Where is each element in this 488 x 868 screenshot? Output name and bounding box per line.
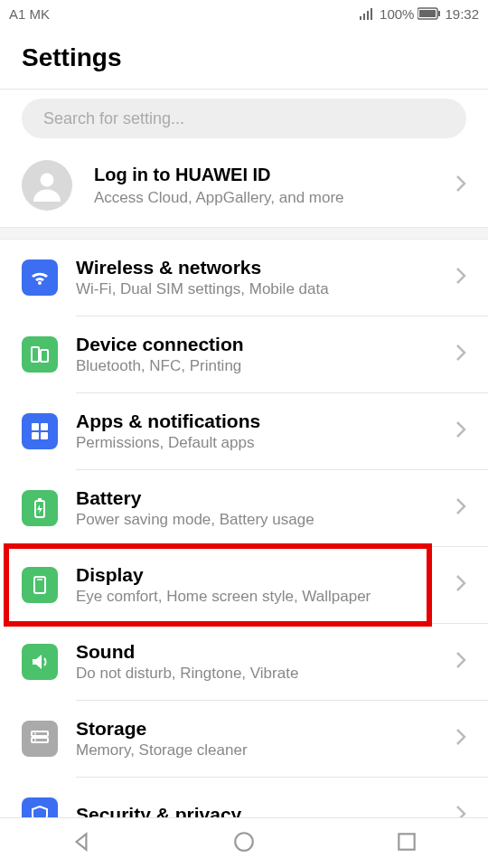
status-bar: A1 MK 100% 19:32	[0, 0, 488, 27]
clock: 19:32	[445, 6, 479, 22]
settings-item-security[interactable]: Security & privacy	[0, 778, 488, 817]
wifi-icon	[22, 259, 58, 296]
account-subtitle: Access Cloud, AppGallery, and more	[94, 189, 455, 207]
svg-point-22	[235, 833, 253, 851]
chevron-right-icon	[455, 805, 466, 817]
item-title: Device connection	[76, 334, 455, 355]
battery-icon	[418, 7, 441, 20]
chevron-right-icon	[455, 728, 466, 750]
item-subtitle: Permissions, Default apps	[76, 434, 455, 452]
battery-percent: 100%	[380, 6, 414, 22]
account-title: Log in to HUAWEI ID	[94, 165, 455, 185]
section-gap	[0, 227, 488, 240]
person-icon	[31, 169, 63, 202]
svg-rect-0	[360, 16, 361, 20]
svg-point-7	[41, 174, 54, 187]
item-title: Battery	[76, 487, 455, 509]
settings-list: Wireless & networksWi-Fi, Dual SIM setti…	[0, 240, 488, 817]
settings-item-apps[interactable]: Apps & notificationsPermissions, Default…	[0, 393, 488, 469]
carrier-label: A1 MK	[9, 6, 50, 22]
nav-back-icon[interactable]	[70, 830, 93, 857]
svg-point-20	[34, 733, 36, 735]
display-icon	[22, 567, 58, 603]
chevron-right-icon	[455, 420, 466, 442]
svg-rect-23	[399, 834, 414, 849]
svg-rect-19	[32, 738, 48, 742]
svg-rect-1	[363, 14, 365, 20]
item-subtitle: Bluetooth, NFC, Printing	[76, 357, 455, 375]
settings-item-wifi[interactable]: Wireless & networksWi-Fi, Dual SIM setti…	[0, 240, 488, 316]
svg-rect-3	[371, 8, 372, 20]
chevron-right-icon	[455, 497, 466, 519]
svg-rect-8	[32, 347, 39, 362]
svg-rect-13	[41, 432, 48, 439]
search-input[interactable]	[22, 99, 466, 138]
svg-rect-6	[438, 11, 440, 16]
item-subtitle: Wi-Fi, Dual SIM settings, Mobile data	[76, 280, 455, 298]
status-right: 100% 19:32	[360, 6, 479, 22]
settings-item-battery[interactable]: BatteryPower saving mode, Battery usage	[0, 470, 488, 546]
svg-rect-10	[32, 423, 39, 430]
item-title: Security & privacy	[76, 804, 455, 817]
item-title: Storage	[76, 718, 455, 740]
settings-item-storage[interactable]: StorageMemory, Storage cleaner	[0, 701, 488, 777]
svg-rect-15	[38, 498, 42, 501]
item-subtitle: Do not disturb, Ringtone, Vibrate	[76, 665, 455, 683]
svg-rect-2	[367, 11, 369, 20]
apps-icon	[22, 413, 58, 449]
item-subtitle: Memory, Storage cleaner	[76, 741, 455, 760]
sound-icon	[22, 644, 58, 680]
settings-item-sound[interactable]: SoundDo not disturb, Ringtone, Vibrate	[0, 624, 488, 700]
svg-rect-11	[41, 423, 48, 430]
chevron-right-icon	[455, 344, 466, 365]
svg-rect-18	[32, 731, 48, 736]
item-title: Wireless & networks	[76, 257, 455, 278]
item-subtitle: Power saving mode, Battery usage	[76, 511, 455, 529]
chevron-right-icon	[455, 175, 466, 196]
device-icon	[22, 336, 58, 373]
settings-item-device[interactable]: Device connectionBluetooth, NFC, Printin…	[0, 316, 488, 392]
security-icon	[22, 797, 58, 817]
item-subtitle: Eye comfort, Home screen style, Wallpape…	[76, 588, 455, 606]
storage-icon	[22, 721, 58, 757]
item-title: Sound	[76, 641, 455, 663]
chevron-right-icon	[455, 267, 466, 288]
nav-home-icon[interactable]	[232, 830, 256, 857]
search-container	[0, 90, 488, 151]
svg-rect-9	[41, 350, 48, 362]
signal-icon	[360, 7, 376, 20]
item-title: Display	[76, 564, 455, 586]
nav-recent-icon[interactable]	[395, 830, 418, 857]
chevron-right-icon	[455, 651, 466, 673]
avatar	[22, 160, 72, 211]
chevron-right-icon	[455, 574, 466, 596]
settings-item-display[interactable]: DisplayEye comfort, Home screen style, W…	[0, 547, 488, 623]
svg-rect-5	[419, 10, 436, 17]
page-title: Settings	[22, 43, 466, 72]
page-header: Settings	[0, 27, 488, 89]
battery-icon	[22, 490, 58, 526]
svg-point-21	[34, 740, 36, 741]
account-row[interactable]: Log in to HUAWEI ID Access Cloud, AppGal…	[0, 151, 488, 227]
item-title: Apps & notifications	[76, 410, 455, 432]
nav-bar	[0, 817, 488, 868]
svg-rect-12	[32, 432, 39, 439]
